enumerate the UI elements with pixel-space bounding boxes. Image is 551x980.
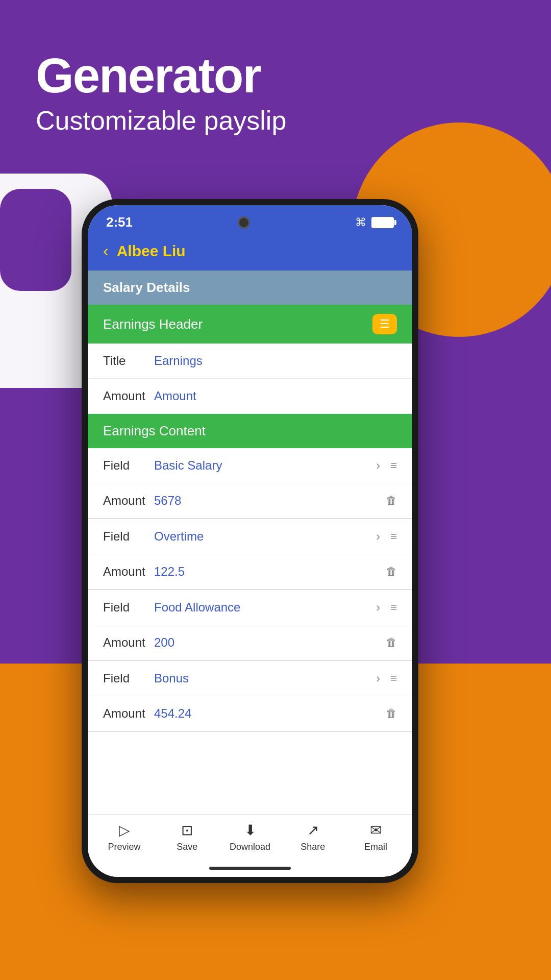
battery-icon	[371, 217, 394, 228]
earnings-item-1: Field Overtime › ≡ Amount 122.5 🗑	[88, 519, 412, 590]
amount-label: Amount	[103, 389, 154, 403]
tab-save[interactable]: ⊡ Save	[156, 822, 218, 852]
layout-icon[interactable]: ☰	[372, 314, 397, 334]
earnings-item-3: Field Bonus › ≡ Amount 454.24 🗑	[88, 661, 412, 732]
amount-label-0: Amount	[103, 494, 154, 508]
amount-label-2: Amount	[103, 635, 154, 650]
chevron-icon-2[interactable]: ›	[376, 600, 380, 615]
amount-value-0: 5678	[154, 494, 386, 508]
earnings-content-header: Earnings Content	[88, 414, 412, 448]
nav-bar: ‹ Albee Liu	[88, 235, 412, 271]
home-indicator	[88, 863, 412, 877]
chevron-icon-3[interactable]: ›	[376, 671, 380, 685]
earnings-content-title: Earnings Content	[103, 423, 206, 438]
field-icons-3: › ≡	[376, 671, 397, 685]
field-value-3: Bonus	[154, 671, 376, 685]
earnings-item-0: Field Basic Salary › ≡ Amount 5678 🗑	[88, 448, 412, 519]
trash-icon-3[interactable]: 🗑	[386, 707, 397, 720]
earnings-header-section: Earnings Header ☰	[88, 305, 412, 344]
home-bar	[209, 867, 291, 870]
field-row-1: Field Overtime › ≡	[88, 519, 412, 554]
amount-row-1: Amount 122.5 🗑	[88, 554, 412, 589]
chevron-icon-0[interactable]: ›	[376, 458, 380, 473]
trash-icon-1[interactable]: 🗑	[386, 565, 397, 578]
menu-icon-0[interactable]: ≡	[390, 459, 397, 472]
menu-icon-2[interactable]: ≡	[390, 601, 397, 614]
email-label: Email	[364, 842, 387, 852]
salary-details-header: Salary Details	[88, 271, 412, 305]
amount-value-2: 200	[154, 635, 386, 650]
menu-icon-3[interactable]: ≡	[390, 672, 397, 685]
tab-preview[interactable]: ▷ Preview	[93, 822, 156, 852]
amount-icons-0: 🗑	[386, 494, 397, 507]
amount-label-3: Amount	[103, 706, 154, 721]
amount-value: Amount	[154, 389, 397, 403]
title-row: Title Earnings	[88, 344, 412, 379]
menu-icon-1[interactable]: ≡	[390, 530, 397, 543]
camera-notch	[238, 216, 250, 229]
field-label-3: Field	[103, 671, 154, 685]
field-value-1: Overtime	[154, 529, 376, 544]
field-icons-1: › ≡	[376, 529, 397, 544]
download-icon: ⬇	[244, 822, 256, 839]
field-value-2: Food Allowance	[154, 600, 376, 615]
title-value: Earnings	[154, 354, 397, 368]
download-label: Download	[230, 842, 270, 852]
app-subtitle: Customizable payslip	[36, 105, 286, 136]
amount-icons-3: 🗑	[386, 707, 397, 720]
field-label-2: Field	[103, 600, 154, 615]
status-icons: ⌘	[355, 216, 394, 229]
share-label: Share	[300, 842, 325, 852]
field-row-2: Field Food Allowance › ≡	[88, 590, 412, 625]
salary-details-title: Salary Details	[103, 280, 190, 295]
amount-row: Amount Amount	[88, 379, 412, 414]
amount-value-3: 454.24	[154, 706, 386, 721]
phone-screen: 2:51 ⌘ ‹ Albee Liu Salary Details Earnin…	[88, 205, 412, 877]
field-label-1: Field	[103, 529, 154, 544]
bottom-tab-bar: ▷ Preview ⊡ Save ⬇ Download ↗ Share ✉ Em…	[88, 814, 412, 863]
header-section: Generator Customizable payslip	[36, 51, 286, 136]
field-icons-0: › ≡	[376, 458, 397, 473]
earnings-item-2: Field Food Allowance › ≡ Amount 200 🗑	[88, 590, 412, 661]
field-icons-2: › ≡	[376, 600, 397, 615]
title-label: Title	[103, 354, 154, 368]
amount-row-0: Amount 5678 🗑	[88, 483, 412, 518]
share-icon: ↗	[307, 822, 319, 839]
field-value-0: Basic Salary	[154, 458, 376, 473]
field-label-0: Field	[103, 458, 154, 473]
content-area[interactable]: Earnings Header ☰ Title Earnings Amount …	[88, 305, 412, 814]
amount-icons-1: 🗑	[386, 565, 397, 578]
save-icon: ⊡	[181, 822, 193, 839]
earnings-items-container: Field Basic Salary › ≡ Amount 5678 🗑 Fie…	[88, 448, 412, 732]
app-title: Generator	[36, 51, 286, 100]
nav-title: Albee Liu	[117, 242, 186, 260]
preview-icon: ▷	[119, 822, 130, 839]
tab-download[interactable]: ⬇ Download	[218, 822, 281, 852]
status-time: 2:51	[106, 214, 133, 230]
trash-icon-2[interactable]: 🗑	[386, 636, 397, 649]
field-row-0: Field Basic Salary › ≡	[88, 448, 412, 483]
amount-icons-2: 🗑	[386, 636, 397, 649]
amount-value-1: 122.5	[154, 565, 386, 579]
back-button[interactable]: ‹	[103, 241, 109, 260]
field-row-3: Field Bonus › ≡	[88, 661, 412, 696]
amount-label-1: Amount	[103, 565, 154, 579]
amount-row-3: Amount 454.24 🗑	[88, 696, 412, 731]
chevron-icon-1[interactable]: ›	[376, 529, 380, 544]
amount-row-2: Amount 200 🗑	[88, 625, 412, 660]
tab-email[interactable]: ✉ Email	[344, 822, 407, 852]
layout-icon-glyph: ☰	[380, 317, 390, 331]
earnings-header-title: Earnings Header	[103, 316, 203, 332]
wifi-icon: ⌘	[355, 216, 366, 229]
status-bar: 2:51 ⌘	[88, 205, 412, 235]
preview-label: Preview	[108, 842, 141, 852]
tab-share[interactable]: ↗ Share	[282, 822, 344, 852]
trash-icon-0[interactable]: 🗑	[386, 494, 397, 507]
phone-mockup: 2:51 ⌘ ‹ Albee Liu Salary Details Earnin…	[82, 199, 418, 883]
email-icon: ✉	[370, 822, 382, 839]
save-label: Save	[177, 842, 197, 852]
